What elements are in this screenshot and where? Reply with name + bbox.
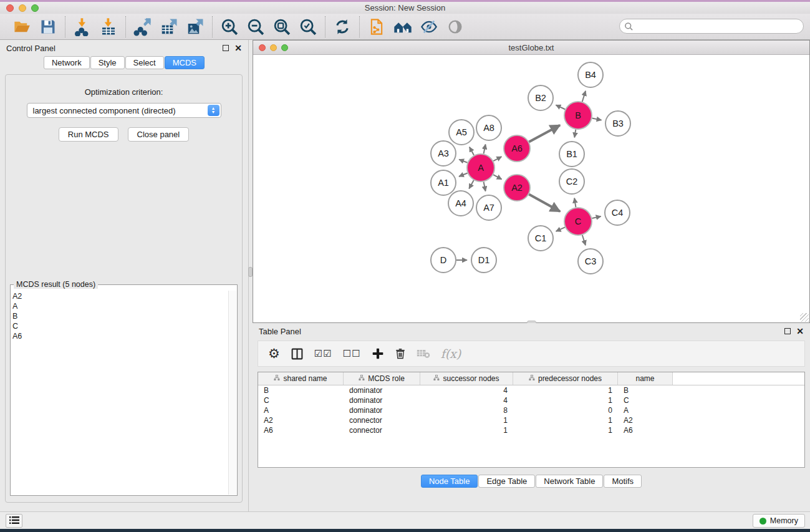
result-item[interactable]: C bbox=[12, 321, 228, 331]
edge-B-B3[interactable] bbox=[592, 118, 602, 120]
table-row[interactable]: A6connector11A6 bbox=[258, 425, 804, 435]
import-table-button[interactable] bbox=[97, 16, 120, 37]
window-resize-grip[interactable] bbox=[800, 313, 809, 322]
node-C4[interactable]: C4 bbox=[605, 200, 630, 225]
table-row[interactable]: Adominator80A bbox=[258, 405, 804, 415]
node-D[interactable]: D bbox=[431, 248, 456, 273]
show-panel-menu-button[interactable] bbox=[6, 514, 22, 528]
edge-C-C2[interactable] bbox=[574, 198, 576, 208]
tab-edge-table[interactable]: Edge Table bbox=[478, 475, 535, 488]
search-input[interactable] bbox=[619, 19, 804, 34]
node-B4[interactable]: B4 bbox=[578, 62, 603, 87]
tab-network[interactable]: Network bbox=[44, 56, 90, 69]
node-A1[interactable]: A1 bbox=[431, 170, 456, 195]
column-header-name[interactable]: name bbox=[618, 372, 673, 385]
open-session-button[interactable] bbox=[10, 16, 34, 37]
node-A2[interactable]: A2 bbox=[504, 175, 530, 201]
criterion-dropdown[interactable]: largest connected component (directed) ▲… bbox=[27, 103, 221, 118]
result-item[interactable]: A2 bbox=[12, 291, 228, 301]
node-A6[interactable]: A6 bbox=[504, 135, 530, 162]
split-divider-handle[interactable] bbox=[248, 267, 253, 277]
close-panel-button[interactable]: Close panel bbox=[128, 127, 190, 142]
node-B1[interactable]: B1 bbox=[559, 142, 584, 167]
zoom-in-button[interactable] bbox=[218, 16, 241, 37]
add-column-icon[interactable] bbox=[372, 347, 384, 360]
close-panel-icon[interactable]: ✕ bbox=[796, 328, 804, 334]
node-A5[interactable]: A5 bbox=[449, 120, 474, 145]
hide-selected-button[interactable] bbox=[417, 16, 441, 37]
export-network-button[interactable] bbox=[131, 16, 155, 37]
edge-A-A6[interactable] bbox=[493, 157, 501, 161]
edge-B-B4[interactable] bbox=[582, 91, 586, 102]
tab-mcds[interactable]: MCDS bbox=[165, 56, 205, 69]
deselect-all-icon[interactable]: ☐☐ bbox=[343, 348, 361, 359]
node-A8[interactable]: A8 bbox=[476, 115, 501, 140]
edge-A6-B[interactable] bbox=[529, 125, 560, 142]
edge-A-A3[interactable] bbox=[459, 160, 467, 163]
delete-column-icon[interactable] bbox=[395, 347, 406, 360]
edge-B-B1[interactable] bbox=[574, 130, 576, 138]
node-B3[interactable]: B3 bbox=[605, 111, 630, 136]
table-row[interactable]: A2connector11A2 bbox=[258, 415, 804, 425]
edge-A-A1[interactable] bbox=[459, 173, 468, 177]
memory-button[interactable]: Memory bbox=[753, 514, 805, 528]
edge-A-A2[interactable] bbox=[493, 175, 501, 179]
node-A7[interactable]: A7 bbox=[476, 195, 501, 220]
save-session-button[interactable] bbox=[36, 16, 60, 37]
run-mcds-button[interactable]: Run MCDS bbox=[59, 127, 118, 142]
column-header-predecessor-nodes[interactable]: predecessor nodes bbox=[513, 372, 618, 385]
column-header-shared-name[interactable]: shared name bbox=[258, 372, 344, 385]
zoom-fit-button[interactable] bbox=[270, 16, 294, 37]
node-A3[interactable]: A3 bbox=[431, 141, 456, 166]
show-all-button[interactable] bbox=[443, 16, 467, 37]
float-panel-icon[interactable] bbox=[784, 328, 791, 334]
network-file-button[interactable] bbox=[365, 16, 388, 37]
home-button[interactable] bbox=[391, 16, 415, 37]
tab-network-table[interactable]: Network Table bbox=[536, 475, 603, 488]
edge-A2-C[interactable] bbox=[529, 195, 560, 211]
import-network-button[interactable] bbox=[70, 16, 94, 37]
edge-B-B2[interactable] bbox=[556, 105, 565, 109]
select-all-icon[interactable]: ☑☑ bbox=[314, 348, 332, 359]
tab-node-table[interactable]: Node Table bbox=[421, 475, 478, 488]
close-panel-icon[interactable]: ✕ bbox=[234, 45, 242, 51]
edge-C-C4[interactable] bbox=[592, 216, 600, 218]
tab-motifs[interactable]: Motifs bbox=[604, 475, 642, 488]
node-A[interactable]: A bbox=[467, 154, 494, 181]
edge-A-A8[interactable] bbox=[484, 144, 486, 153]
node-D1[interactable]: D1 bbox=[471, 248, 496, 273]
node-A4[interactable]: A4 bbox=[448, 191, 473, 216]
result-item[interactable]: A6 bbox=[12, 331, 228, 341]
column-header-successor-nodes[interactable]: successor nodes bbox=[420, 372, 513, 385]
tab-style[interactable]: Style bbox=[90, 56, 125, 69]
result-scrollbar[interactable] bbox=[228, 291, 236, 495]
float-panel-icon[interactable] bbox=[223, 45, 229, 51]
node-B2[interactable]: B2 bbox=[528, 85, 553, 110]
table-settings-icon[interactable]: ⚙ bbox=[268, 347, 280, 360]
node-C3[interactable]: C3 bbox=[578, 249, 603, 274]
split-columns-icon[interactable] bbox=[291, 347, 304, 360]
export-table-button[interactable] bbox=[157, 16, 181, 37]
edge-C-C3[interactable] bbox=[582, 235, 586, 245]
network-canvas[interactable]: B4B2BB3A8A5A6A3B1AC2A1A2A4A7C4CC1C3DD1 bbox=[253, 55, 809, 322]
result-item[interactable]: A bbox=[12, 301, 228, 311]
tab-select[interactable]: Select bbox=[125, 56, 164, 69]
node-C[interactable]: C bbox=[564, 208, 592, 235]
zoom-selected-button[interactable] bbox=[296, 16, 320, 37]
edge-A-A7[interactable] bbox=[484, 182, 486, 191]
edge-C-C1[interactable] bbox=[556, 227, 565, 231]
apply-layout-button[interactable] bbox=[330, 16, 354, 37]
edge-A-A4[interactable] bbox=[469, 180, 474, 188]
node-B[interactable]: B bbox=[564, 102, 592, 129]
edge-A-A5[interactable] bbox=[470, 147, 474, 155]
node-C1[interactable]: C1 bbox=[528, 226, 553, 251]
node-C2[interactable]: C2 bbox=[559, 169, 584, 194]
column-header-MCDS-role[interactable]: MCDS role bbox=[344, 372, 420, 385]
export-image-button[interactable] bbox=[183, 16, 207, 37]
svg-text:D1: D1 bbox=[478, 255, 490, 265]
result-item[interactable]: B bbox=[12, 311, 228, 321]
zoom-out-button[interactable] bbox=[244, 16, 268, 37]
table-row[interactable]: Cdominator41C bbox=[258, 395, 804, 405]
table-row[interactable]: Bdominator41B bbox=[258, 385, 804, 395]
mcds-result-list[interactable]: A2ABCA6 bbox=[12, 291, 228, 495]
